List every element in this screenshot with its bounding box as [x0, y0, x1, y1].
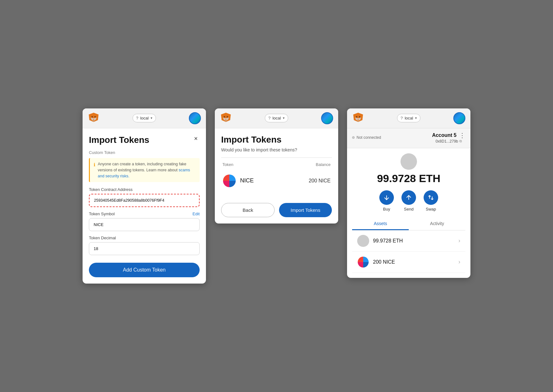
token-decimal-input[interactable] — [89, 242, 200, 255]
panel1-content: Import Tokens × Custom Token ℹ Anyone ca… — [83, 128, 206, 284]
swap-button[interactable]: Swap — [424, 190, 438, 211]
eth-asset-left: 99.9728 ETH — [357, 235, 403, 247]
send-label: Send — [404, 207, 413, 211]
not-connected-dot — [352, 136, 355, 139]
svg-point-6 — [91, 116, 93, 118]
warning-text: Anyone can create a token, including cre… — [98, 161, 196, 179]
tabs-row: Assets Activity — [352, 218, 465, 230]
token-symbol-input[interactable] — [89, 218, 200, 231]
warning-box: ℹ Anyone can create a token, including c… — [89, 158, 200, 182]
panel3-body: 99.9728 ETH Buy — [347, 148, 470, 278]
panel1-header-center: ? local ▾ — [133, 114, 156, 122]
token-info: NICE — [222, 174, 254, 188]
divider — [221, 157, 332, 158]
back-button[interactable]: Back — [221, 203, 275, 217]
warning-icon: ℹ — [94, 162, 95, 179]
eth-asset-icon — [357, 235, 369, 247]
close-button[interactable]: × — [192, 135, 200, 142]
network-badge[interactable]: ? local ▾ — [133, 114, 156, 122]
help-icon-3: ? — [401, 116, 403, 120]
panel1-header: ? local ▾ — [83, 108, 206, 128]
table-header: Token Balance — [221, 162, 332, 167]
edit-link[interactable]: Edit — [193, 211, 200, 216]
token-row: NICE 200 NICE — [221, 171, 332, 190]
token-balance: 200 NICE — [309, 178, 331, 184]
nice-token-logo — [222, 174, 236, 188]
not-connected-label: Not connected — [357, 135, 381, 140]
nice-asset-item[interactable]: 200 NICE › — [352, 252, 465, 273]
copy-icon[interactable]: ⧉ — [459, 139, 462, 143]
panel2-buttons: Back Import Tokens — [221, 203, 332, 217]
metamask-logo-3 — [352, 112, 364, 124]
network-label-2: local — [272, 116, 281, 120]
avatar[interactable] — [189, 112, 201, 124]
tab-activity[interactable]: Activity — [409, 218, 465, 230]
help-icon: ? — [136, 116, 138, 120]
token-symbol-label: Token Symbol — [89, 211, 115, 216]
menu-dots-button[interactable]: ⋮ — [459, 132, 465, 139]
page-title-2: Import Tokens — [221, 135, 332, 145]
account-address: 0x8D1...279b ⧉ — [436, 139, 462, 144]
nice-asset-icon — [357, 256, 369, 268]
svg-point-15 — [227, 116, 228, 118]
panel-wallet: ? local ▾ Not connected Account 5 ⋮ — [347, 108, 470, 278]
contract-address-label: Token Contract Address — [89, 187, 200, 192]
add-custom-token-button[interactable]: Add Custom Token — [89, 263, 200, 277]
eth-balance: 99.9728 ETH — [352, 172, 465, 185]
token-name: NICE — [240, 177, 254, 184]
panel-import-form: ? local ▾ Import Tokens × Custom Token ℹ… — [83, 108, 206, 284]
chevron-down-icon-2: ▾ — [283, 116, 285, 120]
account-info-bar: Not connected Account 5 ⋮ 0x8D1...279b ⧉ — [347, 128, 470, 148]
eth-asset-item[interactable]: 99.9728 ETH › — [352, 230, 465, 252]
swap-icon — [424, 190, 438, 205]
svg-point-14 — [224, 116, 225, 118]
panel2-content: Import Tokens Would you like to import t… — [215, 128, 338, 224]
action-buttons: Buy Send Swap — [352, 190, 465, 211]
account-name-row: Account 5 ⋮ — [432, 132, 465, 139]
chevron-right-icon-2: › — [458, 259, 460, 265]
panel3-header-center: ? local ▾ — [397, 114, 420, 122]
account-name: Account 5 — [432, 132, 457, 138]
metamask-logo-2 — [220, 112, 232, 124]
swap-label: Swap — [426, 207, 436, 211]
nice-asset-left: 200 NICE — [357, 256, 395, 268]
not-connected-status: Not connected — [352, 135, 381, 140]
import-tokens-button[interactable]: Import Tokens — [279, 203, 332, 217]
send-button[interactable]: Send — [401, 190, 416, 211]
screenshots-container: ? local ▾ Import Tokens × Custom Token ℹ… — [70, 96, 483, 297]
contract-address-input[interactable] — [89, 194, 200, 207]
col-token: Token — [222, 162, 233, 167]
avatar-2[interactable] — [321, 112, 333, 124]
section-label: Custom Token — [89, 150, 200, 155]
account-row: Not connected Account 5 ⋮ 0x8D1...279b ⧉ — [352, 132, 465, 144]
tab-assets[interactable]: Assets — [352, 218, 409, 230]
chevron-right-icon: › — [458, 237, 460, 244]
panel1-title-row: Import Tokens × — [89, 135, 200, 145]
network-label: local — [140, 116, 149, 120]
svg-point-23 — [356, 116, 357, 118]
asset-list: 99.9728 ETH › — [352, 230, 465, 273]
network-label-3: local — [405, 116, 413, 120]
svg-point-24 — [359, 116, 360, 118]
account-header-right: Account 5 ⋮ 0x8D1...279b ⧉ — [432, 132, 465, 144]
avatar-3[interactable] — [453, 112, 465, 124]
network-badge-2[interactable]: ? local ▾ — [265, 114, 288, 122]
panel2-header: ? local ▾ — [215, 108, 338, 128]
eth-asset-name: 99.9728 ETH — [373, 238, 403, 244]
account-avatar — [401, 153, 417, 170]
svg-point-7 — [94, 116, 96, 118]
token-symbol-label-row: Token Symbol Edit — [89, 211, 200, 216]
page-title: Import Tokens — [89, 135, 149, 145]
help-icon-2: ? — [268, 116, 270, 120]
chevron-down-icon: ▾ — [151, 116, 152, 120]
network-badge-3[interactable]: ? local ▾ — [397, 114, 420, 122]
panel2-header-center: ? local ▾ — [265, 114, 288, 122]
buy-button[interactable]: Buy — [379, 190, 394, 211]
buy-icon — [379, 190, 394, 205]
nice-asset-name: 200 NICE — [373, 259, 395, 265]
panel3-header: ? local ▾ — [347, 108, 470, 128]
chevron-down-icon-3: ▾ — [415, 116, 417, 120]
col-balance: Balance — [316, 162, 331, 167]
metamask-logo — [88, 112, 100, 124]
buy-label: Buy — [383, 207, 390, 211]
